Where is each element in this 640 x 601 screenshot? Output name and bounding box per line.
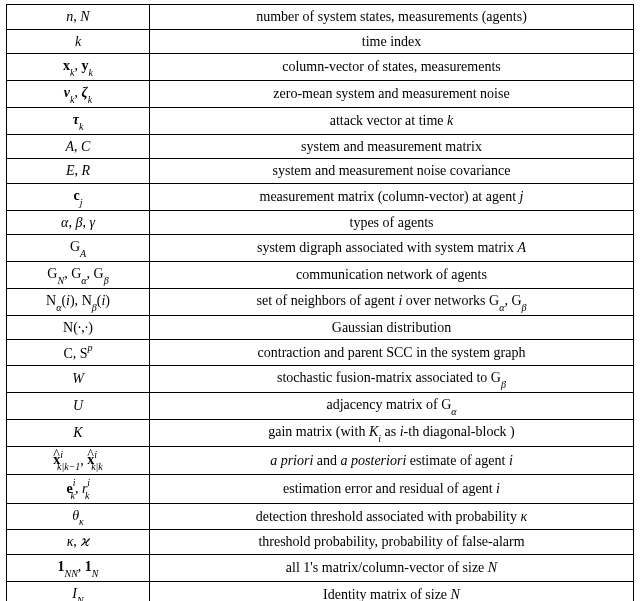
description-cell: adjacency matrix of Gα <box>150 393 634 420</box>
description-cell: column-vector of states, measurements <box>150 54 634 81</box>
symbol-cell: n, N <box>7 5 150 30</box>
description-cell: attack vector at time k <box>150 107 634 134</box>
symbol-cell: U <box>7 393 150 420</box>
notation-table-body: n, Nnumber of system states, measurement… <box>7 5 634 602</box>
table-row: ktime index <box>7 29 634 54</box>
symbol-cell: κ, ϰ <box>7 530 150 555</box>
symbol-cell: Nα(i), Nβ(i) <box>7 288 150 315</box>
table-row: κ, ϰthreshold probability, probability o… <box>7 530 634 555</box>
symbol-cell: νk, ζk <box>7 80 150 107</box>
table-row: Kgain matrix (with Ki as i-th diagonal-b… <box>7 419 634 446</box>
symbol-cell: α, β, γ <box>7 210 150 235</box>
table-row: A, Csystem and measurement matrix <box>7 134 634 159</box>
symbol-cell: A, C <box>7 134 150 159</box>
description-cell: measurement matrix (column-vector) at ag… <box>150 183 634 210</box>
table-row: INIdentity matrix of size N <box>7 581 634 601</box>
symbol-cell: τk <box>7 107 150 134</box>
symbol-cell: W <box>7 366 150 393</box>
symbol-cell: E, R <box>7 159 150 184</box>
description-cell: set of neighbors of agent i over network… <box>150 288 634 315</box>
table-row: νk, ζkzero-mean system and measurement n… <box>7 80 634 107</box>
description-cell: gain matrix (with Ki as i-th diagonal-bl… <box>150 419 634 446</box>
symbol-cell: IN <box>7 581 150 601</box>
symbol-cell: N(·,·) <box>7 315 150 340</box>
table-row: Wstochastic fusion-matrix associated to … <box>7 366 634 393</box>
table-row: GAsystem digraph associated with system … <box>7 235 634 262</box>
description-cell: detection threshold associated with prob… <box>150 503 634 530</box>
table-row: Uadjacency matrix of Gα <box>7 393 634 420</box>
symbol-cell: ^xik|k−1, ^xik|k <box>7 446 150 474</box>
symbol-cell: GA <box>7 235 150 262</box>
table-row: N(·,·)Gaussian distribution <box>7 315 634 340</box>
description-cell: zero-mean system and measurement noise <box>150 80 634 107</box>
description-cell: a priori and a posteriori estimate of ag… <box>150 446 634 474</box>
table-row: eik, rikestimation error and residual of… <box>7 475 634 503</box>
description-cell: system and measurement matrix <box>150 134 634 159</box>
symbol-cell: θκ <box>7 503 150 530</box>
table-row: E, Rsystem and measurement noise covaria… <box>7 159 634 184</box>
table-row: θκdetection threshold associated with pr… <box>7 503 634 530</box>
symbol-cell: cj <box>7 183 150 210</box>
description-cell: number of system states, measurements (a… <box>150 5 634 30</box>
symbol-cell: C, Sp <box>7 340 150 366</box>
table-row: α, β, γtypes of agents <box>7 210 634 235</box>
notation-table: n, Nnumber of system states, measurement… <box>6 4 634 601</box>
description-cell: system and measurement noise covariance <box>150 159 634 184</box>
description-cell: threshold probability, probability of fa… <box>150 530 634 555</box>
table-row: GN, Gα, Gβcommunication network of agent… <box>7 261 634 288</box>
symbol-cell: eik, rik <box>7 475 150 503</box>
description-cell: types of agents <box>150 210 634 235</box>
description-cell: all 1's matrix/column-vector of size N <box>150 555 634 582</box>
table-row: τkattack vector at time k <box>7 107 634 134</box>
description-cell: communication network of agents <box>150 261 634 288</box>
symbol-cell: xk, yk <box>7 54 150 81</box>
description-cell: Gaussian distribution <box>150 315 634 340</box>
description-cell: estimation error and residual of agent i <box>150 475 634 503</box>
table-row: n, Nnumber of system states, measurement… <box>7 5 634 30</box>
table-row: cjmeasurement matrix (column-vector) at … <box>7 183 634 210</box>
table-row: xk, ykcolumn-vector of states, measureme… <box>7 54 634 81</box>
description-cell: stochastic fusion-matrix associated to G… <box>150 366 634 393</box>
description-cell: system digraph associated with system ma… <box>150 235 634 262</box>
table-row: C, Spcontraction and parent SCC in the s… <box>7 340 634 366</box>
description-cell: time index <box>150 29 634 54</box>
symbol-cell: 1NN, 1N <box>7 555 150 582</box>
table-row: 1NN, 1Nall 1's matrix/column-vector of s… <box>7 555 634 582</box>
symbol-cell: K <box>7 419 150 446</box>
table-row: Nα(i), Nβ(i)set of neighbors of agent i … <box>7 288 634 315</box>
table-row: ^xik|k−1, ^xik|ka priori and a posterior… <box>7 446 634 474</box>
symbol-cell: k <box>7 29 150 54</box>
symbol-cell: GN, Gα, Gβ <box>7 261 150 288</box>
description-cell: contraction and parent SCC in the system… <box>150 340 634 366</box>
description-cell: Identity matrix of size N <box>150 581 634 601</box>
